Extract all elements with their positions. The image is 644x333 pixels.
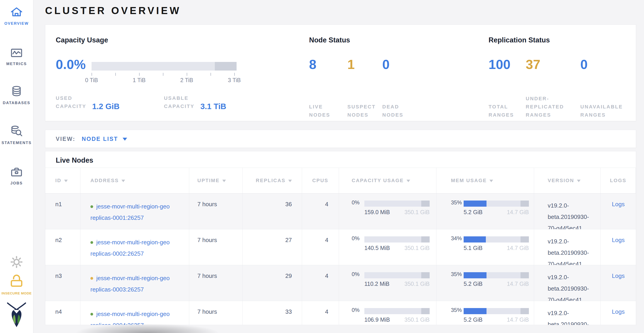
insecure-mode-indicator[interactable]: INSECURE MODE [0,273,33,295]
column-header[interactable]: ADDRESS [80,168,189,193]
live-nodes-card: Live Nodes ID ADDRESS UPTIME [45,151,636,325]
capacity-meter [364,272,430,278]
logs-link[interactable]: Logs [612,308,624,315]
version-cell: v19.2.0- beta.20190930- 70-g445ec41 [534,265,601,301]
table-row: n4 jesse-movr-multi-region-geo replicas-… [45,301,636,325]
mem-meter-end-segment [520,236,529,242]
dead-nodes-value: 0 [382,58,390,71]
capacity-meter-end-segment [421,308,430,314]
logs-link[interactable]: Logs [612,272,624,279]
column-header-label: CAPACITY USAGE [352,178,404,184]
capacity-usage-title: Capacity Usage [56,36,108,44]
bottom-shadow [75,323,220,333]
usable-capacity-value: 3.1 TiB [200,102,226,111]
column-header-label: ADDRESS [90,178,119,184]
version-cell: v19.2.0- beta.20190930- 70-g445ec41 [534,229,601,265]
mem-meter [464,201,529,207]
node-status-dot [90,241,93,244]
node-address-link[interactable]: jesse-movr-multi-region-geo replicas-000… [90,275,189,295]
node-id-cell: n4 [45,301,80,325]
view-selector-bar: VIEW: NODE LIST [45,130,636,148]
under-replicated-ranges-label: UNDER- REPLICATED RANGES [526,95,564,119]
mem-meter [464,272,529,278]
unavailable-ranges-label: UNAVAILABLE RANGES [580,103,623,119]
cockroachdb-bug-logo [0,302,33,329]
column-header[interactable]: ID [45,168,80,193]
node-address-link[interactable]: jesse-movr-multi-region-geo replicas-000… [90,239,189,259]
node-address-cell: jesse-movr-multi-region-geo replicas-000… [80,265,189,301]
usable-capacity-stat: USABLE CAPACITY 3.1 TiB [164,94,226,111]
column-header[interactable]: REPLICAS [243,168,302,193]
capacity-used-value: 159.0 MiB [364,209,390,215]
suspect-nodes-stat: 1 SUSPECT NODES [348,58,355,111]
column-header[interactable]: UPTIME [189,168,243,193]
column-header-label: UPTIME [197,178,220,184]
table-body: n1 jesse-movr-multi-region-geo replicas-… [45,193,636,325]
column-header[interactable]: CPUS [302,168,339,193]
sort-arrow-icon [577,180,580,182]
logs-link[interactable]: Logs [612,237,624,243]
sidebar-item-statements[interactable]: STATEMENTS [0,123,33,145]
insecure-mode-label: INSECURE MODE [0,291,33,295]
database-icon [11,85,22,98]
mem-usage-cell: 35% 5.2 GiB 14.7 GiB [436,301,534,325]
node-status-dot [90,313,93,315]
sidebar-item-metrics[interactable]: METRICS [0,45,33,66]
node-address-cell: jesse-movr-multi-region-geo replicas-000… [80,193,189,229]
capacity-total-value: 350.1 GiB [404,281,430,287]
live-nodes-table: ID ADDRESS UPTIME REPLICAS [45,168,636,325]
logs-link[interactable]: Logs [612,201,624,208]
node-address-link[interactable]: jesse-movr-multi-region-geo replicas-000… [90,203,189,223]
mem-total-value: 14.7 GiB [507,245,529,251]
capacity-usage-cell: 0% 106.9 MiB 350.1 GiB [339,301,436,325]
column-header-label: REPLICAS [256,178,286,184]
mem-used-value: 5.2 GiB [464,281,482,287]
column-header[interactable]: VERSION [534,168,601,193]
uptime-cell: 7 hours [189,193,243,229]
capacity-total-value: 350.1 GiB [404,316,430,323]
mem-total-value: 14.7 GiB [507,281,529,287]
sidebar-item-overview[interactable]: OVERVIEW [0,4,33,26]
live-nodes-stat: 8 LIVE NODES [309,58,316,111]
address-line-2: replicas-0003:26257 [90,284,189,295]
logs-cell: Logs [601,193,636,229]
gear-icon [10,255,23,269]
capacity-used-value: 140.5 MiB [364,245,390,251]
mem-meter-end-segment [520,308,529,314]
sidebar: OVERVIEW METRICS DATABASES STATEMENTS JO… [0,0,33,333]
mem-percent: 35% [451,199,464,206]
unavailable-ranges-stat: 0 UNAVAILABLE RANGES [580,58,588,111]
capacity-percent: 0% [352,235,364,242]
node-address-link[interactable]: jesse-movr-multi-region-geo replicas-000… [90,310,189,325]
sidebar-item-databases[interactable]: DATABASES [0,84,33,105]
sort-arrow-icon [288,180,292,182]
usable-capacity-label: USABLE CAPACITY [164,94,194,111]
column-header[interactable]: LOGS [601,168,636,193]
sidebar-item-jobs[interactable]: JOBS [0,164,33,186]
version-cell: v19.2.0- beta.20190930- [534,301,601,325]
capacity-meter-end-segment [421,201,430,207]
node-address-cell: jesse-movr-multi-region-geo replicas-000… [80,301,189,325]
column-header[interactable]: CAPACITY USAGE [339,168,436,193]
node-address-cell: jesse-movr-multi-region-geo replicas-000… [80,229,189,265]
total-ranges-label: TOTAL RANGES [488,103,514,119]
capacity-used-value: 106.9 MiB [364,316,390,323]
settings-button[interactable] [0,255,33,269]
capacity-bar-end-segment [215,62,236,71]
mem-meter [464,236,529,242]
view-label: VIEW: [56,136,76,142]
capacity-meter [364,236,430,242]
capacity-meter [364,308,430,314]
home-icon [10,6,23,18]
mem-percent: 35% [451,307,464,313]
view-dropdown[interactable]: NODE LIST [82,136,127,142]
address-line-2: replicas-0001:26257 [90,212,189,223]
capacity-meter-end-segment [421,272,430,278]
sort-arrow-icon [122,180,125,182]
column-header[interactable]: MEM USAGE [436,168,534,193]
mem-meter-fill [464,308,486,314]
capacity-bar-ticks [92,72,236,76]
live-nodes-title: Live Nodes [56,156,93,164]
metrics-chart-icon [10,48,23,59]
mem-used-value: 5.2 GiB [464,209,482,215]
